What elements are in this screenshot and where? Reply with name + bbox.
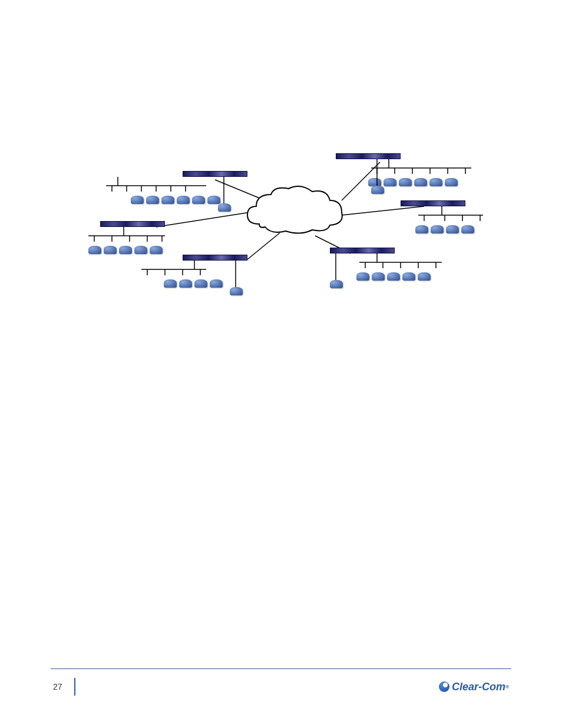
group-top-right [336, 153, 458, 186]
footer-divider [51, 668, 511, 669]
rack-unit [330, 248, 395, 253]
group-right [401, 200, 474, 233]
endpoint-node [218, 203, 231, 212]
page-number: 27 [53, 678, 75, 696]
globe-icon [439, 681, 449, 692]
endpoint-node [230, 287, 243, 295]
group-left [100, 221, 165, 254]
page-footer: 27 Clear-Com ® [0, 668, 562, 699]
brand-name: Clear-Com [452, 681, 505, 693]
network-cloud [242, 183, 348, 242]
group-bottom-right [330, 248, 431, 281]
group-top-left [183, 171, 247, 204]
endpoint-node [330, 280, 343, 288]
network-diagram [47, 147, 518, 312]
brand-logo: Clear-Com ® [439, 681, 509, 693]
rack-unit [401, 200, 465, 206]
rack-unit [336, 153, 401, 159]
registered-mark: ® [505, 684, 509, 690]
endpoint-node [371, 186, 384, 194]
rack-unit [183, 171, 247, 177]
group-bottom-left [183, 255, 247, 288]
rack-unit [100, 221, 165, 227]
rack-unit [183, 255, 247, 261]
